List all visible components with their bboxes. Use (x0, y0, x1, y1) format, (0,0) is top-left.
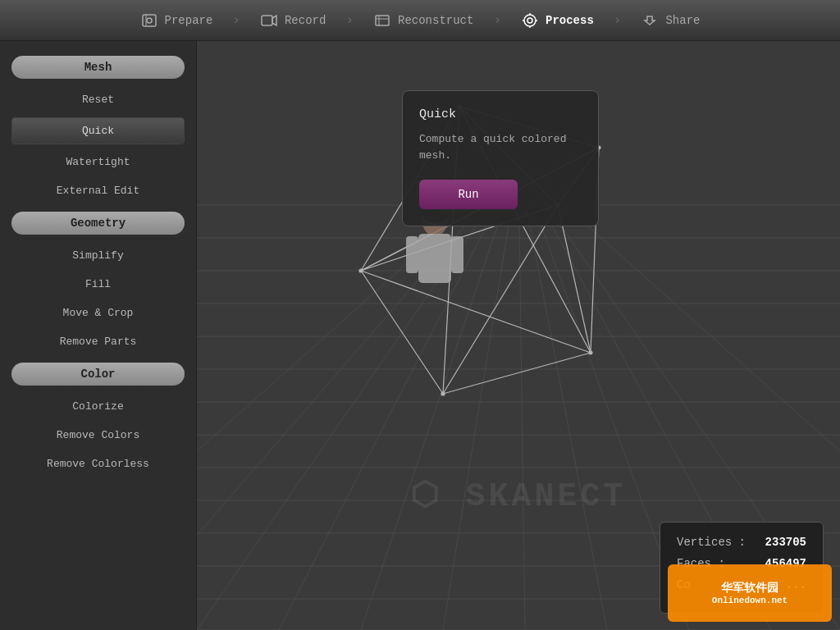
geometry-section-header[interactable]: Geometry (11, 212, 185, 235)
color-section-header[interactable]: Color (11, 363, 185, 386)
nav-record-label: Record (285, 14, 326, 27)
svg-rect-3 (262, 16, 272, 25)
nav-process[interactable]: Process (504, 7, 610, 34)
process-icon (521, 11, 539, 30)
nav-record[interactable]: Record (244, 7, 342, 34)
share-icon (641, 11, 659, 30)
viewport: ⬡ SKANECT Quick Compute a quick colored … (197, 41, 840, 630)
nav-arrow-1: › (232, 13, 240, 28)
vertices-value: 233705 (765, 536, 806, 549)
reconstruct-icon (373, 11, 391, 30)
svg-line-33 (518, 164, 607, 630)
topbar: Prepare › Record › Reconstruct › (0, 0, 840, 41)
quick-panel-description: Compute a quick colored mesh. (419, 131, 582, 163)
vertices-row: Vertices : 233705 (677, 536, 806, 549)
nav-arrow-2: › (345, 13, 354, 28)
svg-rect-0 (143, 15, 156, 26)
remove-colorless-button[interactable]: Remove Colorless (8, 450, 188, 478)
nav-share-label: Share (665, 14, 700, 27)
svg-rect-64 (451, 236, 463, 273)
svg-rect-63 (406, 236, 418, 273)
mesh-section-header[interactable]: Mesh (11, 56, 185, 79)
nav-arrow-3: › (493, 13, 501, 28)
nav-reconstruct[interactable]: Reconstruct (357, 7, 490, 34)
svg-line-55 (443, 353, 591, 394)
nav-arrow-4: › (614, 13, 622, 28)
simplify-button[interactable]: Simplify (8, 241, 188, 270)
svg-rect-5 (376, 16, 389, 25)
quick-panel-title: Quick (419, 107, 582, 121)
nav-prepare[interactable]: Prepare (124, 7, 230, 34)
ad-overlay[interactable]: 华军软件园 Onlinedown.net (668, 564, 832, 622)
run-button[interactable]: Run (419, 180, 518, 209)
svg-line-29 (279, 164, 518, 630)
sidebar: Mesh Reset Quick Watertight External Edi… (0, 41, 197, 630)
reset-button[interactable]: Reset (8, 85, 188, 114)
remove-colors-button[interactable]: Remove Colors (8, 421, 188, 450)
external-edit-button[interactable]: External Edit (8, 176, 188, 205)
svg-rect-62 (418, 234, 451, 283)
svg-point-8 (524, 15, 536, 26)
svg-point-9 (527, 18, 532, 23)
svg-marker-4 (272, 16, 276, 25)
fill-button[interactable]: Fill (8, 270, 188, 299)
vertices-label: Vertices : (677, 536, 746, 549)
prepare-icon (140, 11, 158, 30)
ad-text: 华军软件园 Onlinedown.net (709, 578, 791, 609)
remove-parts-button[interactable]: Remove Parts (8, 327, 188, 356)
svg-point-2 (147, 18, 152, 23)
quick-panel: Quick Compute a quick colored mesh. Run (402, 90, 599, 226)
nav-share[interactable]: Share (624, 7, 716, 34)
watertight-button[interactable]: Watertight (8, 148, 188, 176)
nav-reconstruct-label: Reconstruct (398, 14, 473, 27)
main-content: Mesh Reset Quick Watertight External Edi… (0, 41, 840, 630)
svg-line-32 (518, 164, 525, 630)
svg-line-56 (558, 205, 591, 353)
nav-prepare-label: Prepare (165, 14, 213, 27)
record-icon (260, 11, 278, 30)
colorize-button[interactable]: Colorize (8, 392, 188, 421)
move-crop-button[interactable]: Move & Crop (8, 299, 188, 327)
nav-process-label: Process (546, 14, 594, 27)
quick-button[interactable]: Quick (11, 117, 185, 144)
